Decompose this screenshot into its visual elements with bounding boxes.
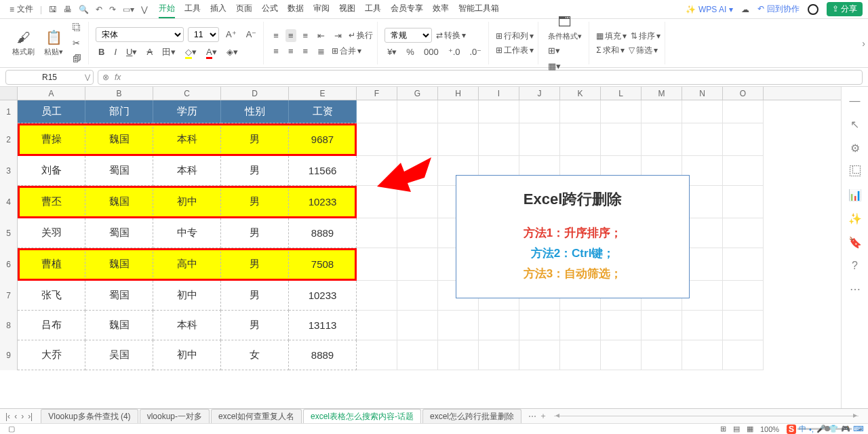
dec-dec-icon[interactable]: .0⁻ (467, 45, 484, 58)
cell[interactable]: 9687 (289, 123, 357, 156)
col-header[interactable]: F (357, 87, 397, 100)
cell[interactable]: 初中 (153, 186, 221, 218)
cell[interactable]: 男 (221, 311, 289, 340)
settings-icon[interactable]: ⚙ (850, 142, 860, 155)
cell-style-icon[interactable]: ▦▾ (545, 60, 585, 73)
cond-format-button[interactable]: 🗔条件格式▾ (545, 14, 585, 41)
cell[interactable] (723, 100, 764, 123)
cell[interactable] (642, 100, 682, 123)
col-header[interactable]: O (723, 87, 764, 100)
col-header[interactable]: D (221, 87, 289, 100)
col-header[interactable]: M (642, 87, 682, 100)
tab-page[interactable]: 页面 (236, 0, 252, 18)
cell[interactable]: 曹丕 (18, 186, 85, 218)
chart-icon[interactable]: 📊 (848, 189, 862, 201)
ime-punct-icon[interactable]: •, (809, 425, 814, 433)
cell[interactable]: 8889 (289, 340, 357, 370)
hscroll-left-icon[interactable]: ◂ (555, 410, 559, 420)
fill-button[interactable]: ▦ 填充▾ (596, 31, 627, 42)
cell[interactable] (642, 123, 682, 156)
border-icon[interactable]: 田▾ (159, 45, 178, 60)
align-top-icon[interactable]: ≡ (271, 29, 281, 42)
cell[interactable] (642, 340, 682, 370)
cell[interactable]: 本科 (153, 123, 221, 156)
table-header-cell[interactable]: 性别 (221, 100, 289, 123)
font-color-icon[interactable]: A▾ (203, 45, 220, 58)
cell[interactable]: 蜀国 (85, 281, 153, 311)
sheet-tab[interactable]: vlookup-一对多 (140, 409, 210, 424)
indent-inc-icon[interactable]: ⇥ (332, 29, 344, 42)
cell[interactable] (519, 340, 560, 370)
cell[interactable]: 男 (221, 156, 289, 186)
cell[interactable] (357, 100, 397, 123)
decrease-font-icon[interactable]: A⁻ (243, 28, 260, 41)
file-menu[interactable]: ≡ 文件 (5, 2, 37, 16)
cell[interactable] (682, 340, 723, 370)
col-header[interactable]: N (682, 87, 723, 100)
ime-keyboard-icon[interactable]: ⌨ (853, 425, 864, 433)
row-header[interactable]: 9 (0, 340, 18, 370)
fill-color-icon[interactable]: ◇▾ (182, 45, 199, 58)
grid[interactable]: 123456789员工部门学历性别工资曹操魏国本科男9687刘备蜀国本科男115… (0, 100, 841, 410)
sogou-icon[interactable]: S (787, 425, 796, 434)
cell[interactable]: 男 (221, 123, 289, 156)
increase-font-icon[interactable]: A⁺ (223, 28, 239, 41)
cell[interactable]: 大乔 (18, 340, 85, 370)
cell[interactable]: 10233 (289, 186, 357, 218)
view-page-icon[interactable]: ▤ (733, 425, 740, 433)
sheet-tab[interactable]: excel怎么跨行批量删除 (422, 409, 521, 424)
first-sheet-icon[interactable]: |‹ (5, 412, 10, 421)
cell[interactable]: 高中 (153, 248, 221, 281)
preview-icon[interactable]: 🔍 (79, 5, 89, 14)
cell[interactable]: 男 (221, 281, 289, 311)
cell[interactable] (519, 100, 560, 123)
cell[interactable] (438, 123, 479, 156)
qat-more-icon[interactable]: ▭▾ (123, 5, 134, 14)
percent-icon[interactable]: % (403, 45, 417, 58)
bookmark-icon[interactable]: 🔖 (848, 236, 862, 249)
cell[interactable]: 初中 (153, 281, 221, 311)
align-right-icon[interactable]: ≡ (300, 45, 311, 58)
align-justify-icon[interactable]: ≣ (315, 45, 328, 58)
layout-icon[interactable]: ⿺ (850, 165, 861, 178)
undo-icon[interactable]: ↶ (96, 5, 102, 14)
cursor-icon[interactable]: ↖ (850, 118, 859, 131)
wrap-button[interactable]: ↵ 换行 (349, 30, 373, 41)
tab-insert[interactable]: 插入 (210, 0, 226, 18)
tab-review[interactable]: 审阅 (313, 0, 330, 18)
cell[interactable] (723, 186, 764, 218)
cell[interactable]: 魏国 (85, 123, 153, 156)
cell[interactable] (357, 218, 397, 248)
worksheet-button[interactable]: ⊞ 工作表▾ (496, 45, 534, 56)
cell[interactable]: 7508 (289, 248, 357, 281)
name-box[interactable]: R15⋁ (5, 70, 94, 85)
cell[interactable]: 刘备 (18, 156, 85, 186)
comma-icon[interactable]: 000 (421, 45, 441, 58)
cell[interactable]: 本科 (153, 156, 221, 186)
add-sheet-icon[interactable]: ＋ (539, 410, 547, 422)
font-name-select[interactable]: 宋体 (96, 27, 184, 42)
cell[interactable]: 魏国 (85, 186, 153, 218)
fx-icon[interactable]: fx (115, 73, 121, 82)
cell[interactable] (397, 340, 438, 370)
clear-format-icon[interactable]: ◈▾ (224, 45, 241, 58)
strike-icon[interactable]: A (144, 45, 155, 58)
cell[interactable] (479, 100, 519, 123)
chevron-down-icon[interactable]: ⋁ (85, 73, 90, 81)
print-icon[interactable]: 🖶 (64, 5, 72, 14)
sum-button[interactable]: Σ 求和▾ (596, 45, 624, 56)
cell[interactable] (519, 123, 560, 156)
align-bottom-icon[interactable]: ≡ (300, 29, 311, 42)
row-header[interactable]: 1 (0, 100, 18, 123)
sort-button[interactable]: ⇅ 排序▾ (631, 31, 660, 42)
ime-game-icon[interactable]: 🎮 (841, 425, 850, 433)
bold-icon[interactable]: B (96, 45, 107, 58)
cell[interactable] (397, 218, 438, 248)
cancel-icon[interactable]: ⊗ (102, 73, 109, 82)
row-col-button[interactable]: ⊞ 行和列▾ (496, 31, 534, 42)
cell[interactable] (723, 311, 764, 340)
cell[interactable]: 初中 (153, 340, 221, 370)
ime-mic-icon[interactable]: 🎤 (816, 425, 826, 433)
align-middle-icon[interactable]: ≡ (285, 29, 296, 42)
cell[interactable]: 女 (221, 340, 289, 370)
